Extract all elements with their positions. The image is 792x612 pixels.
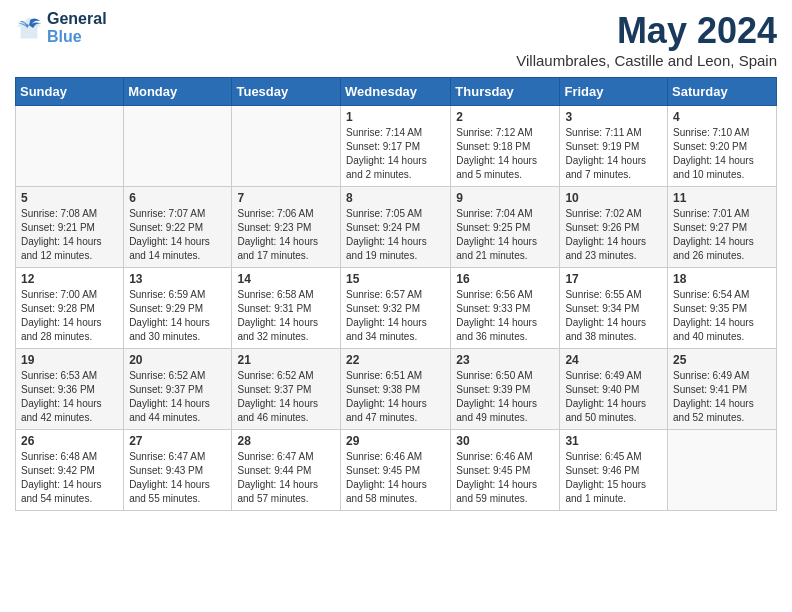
day-info: Sunrise: 6:46 AM Sunset: 9:45 PM Dayligh… [456, 450, 554, 506]
calendar-cell: 5Sunrise: 7:08 AM Sunset: 9:21 PM Daylig… [16, 187, 124, 268]
day-number: 11 [673, 191, 771, 205]
day-number: 31 [565, 434, 662, 448]
weekday-header: Thursday [451, 78, 560, 106]
day-number: 16 [456, 272, 554, 286]
day-number: 9 [456, 191, 554, 205]
calendar-cell [16, 106, 124, 187]
day-number: 30 [456, 434, 554, 448]
day-info: Sunrise: 7:10 AM Sunset: 9:20 PM Dayligh… [673, 126, 771, 182]
day-number: 20 [129, 353, 226, 367]
calendar-cell: 15Sunrise: 6:57 AM Sunset: 9:32 PM Dayli… [341, 268, 451, 349]
calendar-cell: 1Sunrise: 7:14 AM Sunset: 9:17 PM Daylig… [341, 106, 451, 187]
calendar-table: SundayMondayTuesdayWednesdayThursdayFrid… [15, 77, 777, 511]
calendar-cell: 10Sunrise: 7:02 AM Sunset: 9:26 PM Dayli… [560, 187, 668, 268]
calendar-cell: 29Sunrise: 6:46 AM Sunset: 9:45 PM Dayli… [341, 430, 451, 511]
day-number: 15 [346, 272, 445, 286]
day-info: Sunrise: 6:50 AM Sunset: 9:39 PM Dayligh… [456, 369, 554, 425]
calendar-cell: 2Sunrise: 7:12 AM Sunset: 9:18 PM Daylig… [451, 106, 560, 187]
calendar-cell: 6Sunrise: 7:07 AM Sunset: 9:22 PM Daylig… [124, 187, 232, 268]
day-info: Sunrise: 6:45 AM Sunset: 9:46 PM Dayligh… [565, 450, 662, 506]
weekday-header-row: SundayMondayTuesdayWednesdayThursdayFrid… [16, 78, 777, 106]
day-info: Sunrise: 6:59 AM Sunset: 9:29 PM Dayligh… [129, 288, 226, 344]
day-number: 24 [565, 353, 662, 367]
logo-text: General Blue [47, 10, 107, 46]
day-number: 6 [129, 191, 226, 205]
calendar-week-row: 12Sunrise: 7:00 AM Sunset: 9:28 PM Dayli… [16, 268, 777, 349]
day-info: Sunrise: 6:55 AM Sunset: 9:34 PM Dayligh… [565, 288, 662, 344]
calendar-cell: 24Sunrise: 6:49 AM Sunset: 9:40 PM Dayli… [560, 349, 668, 430]
day-number: 7 [237, 191, 335, 205]
page-header: General Blue May 2024 Villaumbrales, Cas… [15, 10, 777, 69]
day-number: 27 [129, 434, 226, 448]
weekday-header: Friday [560, 78, 668, 106]
day-info: Sunrise: 7:02 AM Sunset: 9:26 PM Dayligh… [565, 207, 662, 263]
calendar-cell [232, 106, 341, 187]
day-number: 10 [565, 191, 662, 205]
day-info: Sunrise: 6:51 AM Sunset: 9:38 PM Dayligh… [346, 369, 445, 425]
day-number: 12 [21, 272, 118, 286]
day-info: Sunrise: 6:58 AM Sunset: 9:31 PM Dayligh… [237, 288, 335, 344]
day-info: Sunrise: 6:52 AM Sunset: 9:37 PM Dayligh… [129, 369, 226, 425]
weekday-header: Tuesday [232, 78, 341, 106]
day-number: 18 [673, 272, 771, 286]
calendar-cell: 23Sunrise: 6:50 AM Sunset: 9:39 PM Dayli… [451, 349, 560, 430]
calendar-week-row: 19Sunrise: 6:53 AM Sunset: 9:36 PM Dayli… [16, 349, 777, 430]
calendar-cell: 21Sunrise: 6:52 AM Sunset: 9:37 PM Dayli… [232, 349, 341, 430]
weekday-header: Saturday [668, 78, 777, 106]
day-info: Sunrise: 6:49 AM Sunset: 9:40 PM Dayligh… [565, 369, 662, 425]
calendar-cell: 30Sunrise: 6:46 AM Sunset: 9:45 PM Dayli… [451, 430, 560, 511]
calendar-cell: 18Sunrise: 6:54 AM Sunset: 9:35 PM Dayli… [668, 268, 777, 349]
calendar-cell [668, 430, 777, 511]
calendar-week-row: 5Sunrise: 7:08 AM Sunset: 9:21 PM Daylig… [16, 187, 777, 268]
day-info: Sunrise: 7:00 AM Sunset: 9:28 PM Dayligh… [21, 288, 118, 344]
calendar-cell: 7Sunrise: 7:06 AM Sunset: 9:23 PM Daylig… [232, 187, 341, 268]
calendar-week-row: 1Sunrise: 7:14 AM Sunset: 9:17 PM Daylig… [16, 106, 777, 187]
day-info: Sunrise: 6:56 AM Sunset: 9:33 PM Dayligh… [456, 288, 554, 344]
calendar-week-row: 26Sunrise: 6:48 AM Sunset: 9:42 PM Dayli… [16, 430, 777, 511]
calendar-cell: 9Sunrise: 7:04 AM Sunset: 9:25 PM Daylig… [451, 187, 560, 268]
location-title: Villaumbrales, Castille and Leon, Spain [516, 52, 777, 69]
day-info: Sunrise: 7:05 AM Sunset: 9:24 PM Dayligh… [346, 207, 445, 263]
calendar-cell: 20Sunrise: 6:52 AM Sunset: 9:37 PM Dayli… [124, 349, 232, 430]
calendar-cell: 14Sunrise: 6:58 AM Sunset: 9:31 PM Dayli… [232, 268, 341, 349]
day-number: 17 [565, 272, 662, 286]
day-info: Sunrise: 6:53 AM Sunset: 9:36 PM Dayligh… [21, 369, 118, 425]
weekday-header: Wednesday [341, 78, 451, 106]
weekday-header: Sunday [16, 78, 124, 106]
calendar-cell: 27Sunrise: 6:47 AM Sunset: 9:43 PM Dayli… [124, 430, 232, 511]
day-number: 5 [21, 191, 118, 205]
day-info: Sunrise: 7:04 AM Sunset: 9:25 PM Dayligh… [456, 207, 554, 263]
day-info: Sunrise: 7:06 AM Sunset: 9:23 PM Dayligh… [237, 207, 335, 263]
day-info: Sunrise: 6:49 AM Sunset: 9:41 PM Dayligh… [673, 369, 771, 425]
calendar-cell: 13Sunrise: 6:59 AM Sunset: 9:29 PM Dayli… [124, 268, 232, 349]
day-number: 28 [237, 434, 335, 448]
month-title: May 2024 [516, 10, 777, 52]
day-number: 19 [21, 353, 118, 367]
day-info: Sunrise: 7:14 AM Sunset: 9:17 PM Dayligh… [346, 126, 445, 182]
day-info: Sunrise: 6:47 AM Sunset: 9:43 PM Dayligh… [129, 450, 226, 506]
calendar-cell [124, 106, 232, 187]
day-number: 21 [237, 353, 335, 367]
day-number: 3 [565, 110, 662, 124]
day-number: 1 [346, 110, 445, 124]
day-number: 14 [237, 272, 335, 286]
day-info: Sunrise: 6:52 AM Sunset: 9:37 PM Dayligh… [237, 369, 335, 425]
calendar-cell: 17Sunrise: 6:55 AM Sunset: 9:34 PM Dayli… [560, 268, 668, 349]
calendar-cell: 8Sunrise: 7:05 AM Sunset: 9:24 PM Daylig… [341, 187, 451, 268]
day-info: Sunrise: 7:01 AM Sunset: 9:27 PM Dayligh… [673, 207, 771, 263]
day-number: 4 [673, 110, 771, 124]
day-info: Sunrise: 7:11 AM Sunset: 9:19 PM Dayligh… [565, 126, 662, 182]
calendar-cell: 28Sunrise: 6:47 AM Sunset: 9:44 PM Dayli… [232, 430, 341, 511]
calendar-cell: 11Sunrise: 7:01 AM Sunset: 9:27 PM Dayli… [668, 187, 777, 268]
day-info: Sunrise: 6:54 AM Sunset: 9:35 PM Dayligh… [673, 288, 771, 344]
day-info: Sunrise: 6:48 AM Sunset: 9:42 PM Dayligh… [21, 450, 118, 506]
day-info: Sunrise: 7:08 AM Sunset: 9:21 PM Dayligh… [21, 207, 118, 263]
day-info: Sunrise: 7:12 AM Sunset: 9:18 PM Dayligh… [456, 126, 554, 182]
day-info: Sunrise: 6:46 AM Sunset: 9:45 PM Dayligh… [346, 450, 445, 506]
day-number: 8 [346, 191, 445, 205]
logo-icon [15, 14, 43, 42]
day-number: 29 [346, 434, 445, 448]
day-info: Sunrise: 7:07 AM Sunset: 9:22 PM Dayligh… [129, 207, 226, 263]
calendar-cell: 19Sunrise: 6:53 AM Sunset: 9:36 PM Dayli… [16, 349, 124, 430]
calendar-cell: 12Sunrise: 7:00 AM Sunset: 9:28 PM Dayli… [16, 268, 124, 349]
